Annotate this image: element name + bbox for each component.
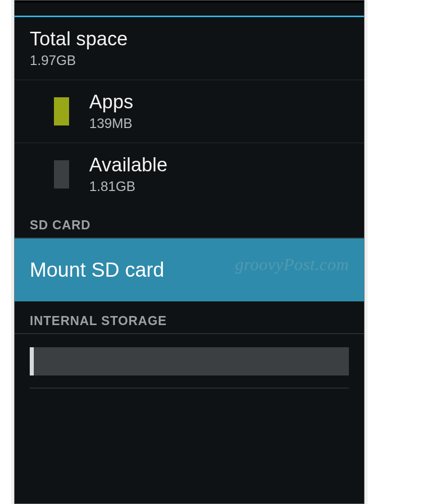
available-value: 1.81GB <box>89 179 167 195</box>
internal-storage-usage-bar <box>30 347 349 375</box>
available-label: Available <box>89 154 167 176</box>
apps-row[interactable]: Apps 139MB <box>15 80 364 143</box>
apps-color-swatch <box>54 97 69 125</box>
available-row[interactable]: Available 1.81GB <box>15 143 364 206</box>
mount-sd-card-button[interactable]: Mount SD card <box>15 238 364 301</box>
storage-settings-screen: Total space 1.97GB Apps 139MB Available … <box>14 0 365 504</box>
internal-storage-usage-fill <box>30 347 34 375</box>
total-space-label: Total space <box>30 28 349 50</box>
internal-storage-usage-row[interactable] <box>15 334 364 381</box>
total-space-row[interactable]: Total space 1.97GB <box>15 17 364 80</box>
sd-card-section-header: SD CARD <box>15 206 364 238</box>
apps-value: 139MB <box>89 116 133 132</box>
internal-storage-section-header: INTERNAL STORAGE <box>15 301 364 334</box>
status-bar-edge <box>15 1 364 3</box>
total-space-value: 1.97GB <box>30 53 349 69</box>
apps-label: Apps <box>89 91 133 113</box>
available-color-swatch <box>54 160 69 188</box>
row-divider <box>30 388 349 389</box>
